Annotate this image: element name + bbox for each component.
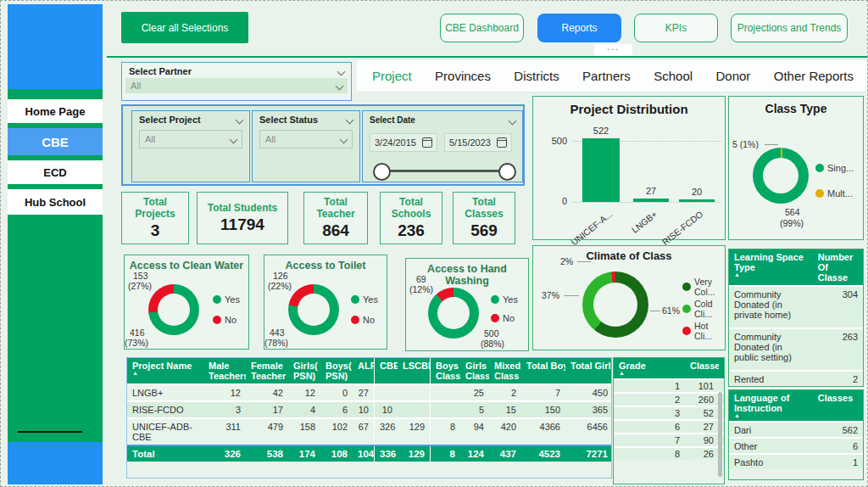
legend-item-multi[interactable]: Mult...: [815, 188, 853, 199]
column-header-cbe[interactable]: CBE: [374, 358, 398, 383]
tab-partners[interactable]: Partners: [582, 69, 631, 83]
learning-space-value: 304: [813, 287, 863, 327]
select-project-value-dropdown[interactable]: All: [139, 130, 242, 148]
tab-districts[interactable]: Districts: [514, 69, 559, 83]
scrollbar[interactable]: [718, 392, 722, 477]
sidebar-item-hub-school[interactable]: Hub School: [8, 189, 103, 215]
table-row-rise-fcdo[interactable]: RISE-FCDO 3 17 4 6 10 10 5 15 150 365: [127, 400, 611, 417]
column-header-project-name[interactable]: Project Name▲: [127, 358, 203, 383]
column-header-boys-psn[interactable]: Boys( PSN): [320, 358, 353, 383]
more-options-button[interactable]: ...: [594, 44, 632, 56]
table-row-unicef-adb-cbe[interactable]: UNICEF-ADB-CBE 311 479 158 102 67 326 12…: [127, 417, 611, 445]
select-partner-header[interactable]: Select Partner: [122, 63, 351, 78]
sidebar-item-label: Hub School: [25, 196, 86, 209]
clear-all-selections-button[interactable]: Clear all Selections: [121, 12, 248, 43]
sidebar: Home Page CBE ECD Hub School: [8, 4, 103, 484]
bar-lngb[interactable]: [633, 199, 669, 202]
column-header-lscbe[interactable]: LSCBE: [398, 358, 430, 383]
legend-item-yes[interactable]: Yes: [491, 294, 518, 305]
table-row[interactable]: Community Donated (in public setting) 26…: [729, 327, 863, 370]
column-header-classes[interactable]: Classes: [685, 358, 719, 378]
column-header-learning-space[interactable]: Learning Space Type ▲: [729, 249, 813, 285]
column-header-total-girls[interactable]: Total Girls: [565, 358, 612, 383]
cbe-dashboard-button[interactable]: CBE Dashboard: [440, 14, 524, 42]
climate-donut[interactable]: [582, 271, 648, 338]
sidebar-item-cbe[interactable]: CBE: [8, 128, 103, 155]
sidebar-item-ecd[interactable]: ECD: [8, 160, 103, 184]
hand-washing-donut[interactable]: [428, 288, 479, 339]
cell: 12: [288, 385, 320, 400]
table-row[interactable]: 8 26: [614, 446, 724, 460]
column-header-alp[interactable]: ALP: [353, 358, 374, 383]
projections-trends-button[interactable]: Projections and Trends: [731, 14, 848, 42]
climate-of-class-panel: Climate of Class 2% 37% 61% Very Col... …: [532, 245, 726, 350]
column-header-girls-class[interactable]: Girls Class: [460, 358, 489, 383]
column-header-male-teachers[interactable]: Male Teachers: [203, 358, 246, 383]
date-slider-handle-start[interactable]: [373, 163, 391, 181]
legend-item-single[interactable]: Sing...: [815, 163, 854, 173]
legend-item-no[interactable]: No: [213, 315, 236, 325]
select-status-header[interactable]: Select Status: [253, 111, 359, 126]
select-project-header[interactable]: Select Project: [132, 111, 249, 126]
class-type-donut[interactable]: [753, 148, 809, 204]
select-status-value-dropdown[interactable]: All: [259, 130, 353, 148]
reports-button[interactable]: Reports: [537, 14, 621, 42]
select-partner-value-dropdown[interactable]: All: [125, 78, 348, 93]
table-row[interactable]: Pashto 1: [729, 453, 863, 469]
yes-pct-label: (73%): [125, 338, 148, 348]
class-type-big-callout-value: 564: [785, 207, 800, 217]
legend-item-no[interactable]: No: [491, 313, 515, 323]
cell: 174: [288, 446, 320, 462]
tab-school[interactable]: School: [654, 69, 693, 83]
date-slider-track[interactable]: [383, 170, 507, 172]
tab-other-reports[interactable]: Other Reports: [774, 69, 854, 83]
legend-label: Yes: [363, 294, 378, 305]
tab-project[interactable]: Project: [372, 69, 412, 83]
date-start-input[interactable]: 3/24/2015: [370, 133, 437, 152]
column-header-total-boys[interactable]: Total Boys: [521, 358, 565, 383]
legend-item-yes[interactable]: Yes: [213, 294, 240, 305]
column-header-boys-class[interactable]: Boys Class: [430, 358, 460, 383]
date-slider-handle-end[interactable]: [498, 163, 516, 181]
column-header-classes[interactable]: Classes: [813, 390, 863, 421]
column-header-mixed-class[interactable]: Mixed Class: [489, 358, 521, 383]
table-row[interactable]: 1 101: [614, 378, 724, 392]
table-row[interactable]: 2 260: [614, 392, 724, 406]
table-row[interactable]: Community Donated (in private home) 304: [729, 285, 863, 327]
legend-item-no[interactable]: No: [351, 315, 375, 325]
column-header-grade[interactable]: Grade ▲: [614, 358, 685, 378]
date-end-input[interactable]: 5/15/2023: [444, 133, 512, 152]
project-summary-table: Project Name▲ Male Teachers Female Teach…: [126, 357, 612, 479]
table-row-lngb[interactable]: LNGB+ 12 42 12 0 27 25 2 7 450: [127, 383, 611, 400]
table-row[interactable]: Dari 562: [729, 421, 863, 437]
cell: 4: [288, 402, 320, 417]
bar-unicef-adb[interactable]: [582, 138, 620, 202]
column-header-language[interactable]: Language of Instruction ▲: [729, 390, 813, 421]
table-row[interactable]: 3 52: [614, 406, 724, 419]
toilet-donut[interactable]: [288, 284, 339, 335]
legend-item-cold[interactable]: Cold Cli...: [682, 299, 725, 319]
cell-project-name: RISE-FCDO: [127, 402, 203, 417]
column-header-girls-psn[interactable]: Girls( PSN): [288, 358, 320, 383]
tab-donor[interactable]: Donor: [715, 69, 750, 83]
cell-project-name: LNGB+: [127, 385, 203, 400]
legend-label: Cold Cli...: [694, 299, 725, 319]
legend-item-hot[interactable]: Hot Cli...: [682, 321, 725, 341]
no-count-label: 69: [416, 274, 426, 284]
bar-rise-fcdo[interactable]: [679, 199, 715, 202]
sidebar-item-home-page[interactable]: Home Page: [8, 99, 103, 123]
cell: 67: [353, 419, 374, 445]
column-header-number-of-classes[interactable]: Number Of Classe: [813, 249, 863, 285]
kpis-button[interactable]: KPIs: [634, 14, 718, 42]
table-row[interactable]: 6 27: [614, 419, 724, 433]
column-header-female-teacher[interactable]: Female Teacher: [246, 358, 288, 383]
table-row[interactable]: Rented Classroom 2: [729, 370, 863, 387]
clean-water-donut[interactable]: [148, 284, 199, 335]
table-row[interactable]: 7 90: [614, 433, 724, 446]
column-header-label: Female Teacher: [251, 361, 286, 381]
tab-provinces[interactable]: Provinces: [435, 69, 491, 83]
cell: 104: [353, 446, 374, 462]
legend-item-yes[interactable]: Yes: [351, 294, 378, 305]
legend-item-very-cold[interactable]: Very Col...: [682, 277, 725, 297]
table-row[interactable]: Other 6: [729, 437, 863, 453]
